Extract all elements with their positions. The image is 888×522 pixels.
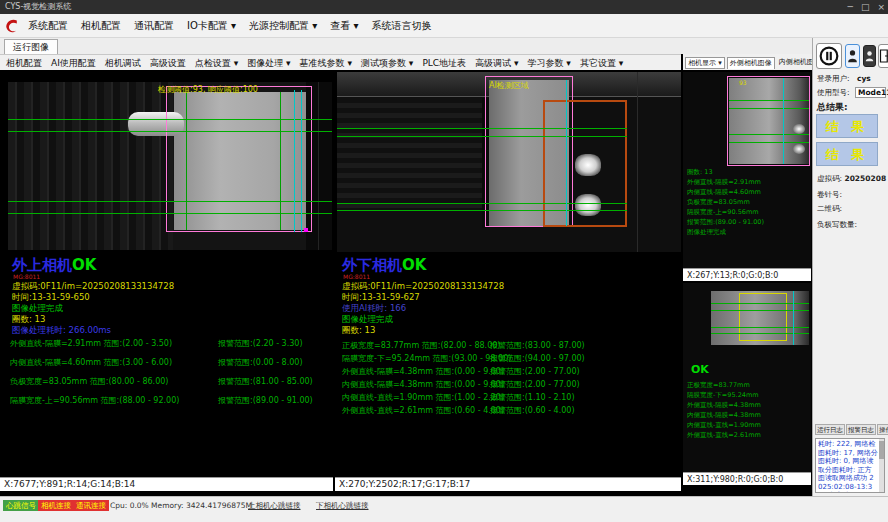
comm-link-badge: 通讯连接 xyxy=(73,500,109,511)
alarm-range: 报警范围:(0.00 - 8.00) xyxy=(218,357,303,368)
side-panel: 登录用户: cys 使用型号: Mode11 总结果: 结 果 结 果 虚拟码:… xyxy=(812,38,888,496)
camera-link-badge: 相机连接 xyxy=(38,500,74,511)
center-turns: 圈数: 13 xyxy=(342,325,375,337)
left-camera-canvas[interactable]: 检测阈值:93, 响应阈值:100 xyxy=(8,82,332,250)
result-box-lower: 结 果 xyxy=(816,142,878,166)
minimize-icon[interactable]: ─ xyxy=(848,0,853,14)
edge-green-line xyxy=(280,92,281,230)
thumb-text-line: 外侧直线-隔膜=4.38mm xyxy=(687,401,761,411)
baseline-green-line xyxy=(337,128,627,129)
menu-bar: 系统配置 相机配置 通讯配置 IO卡配置 ▾ 光源控制配置 ▾ 查看 ▾ 系统语… xyxy=(0,14,888,38)
measurement-row: 外侧直线-直线=2.61mm 范围:(0.60 - 4.00) xyxy=(342,405,504,416)
small-camera-canvas-2[interactable]: OK 正极宽度=83.77mm 隔膜宽度-下=95.24mm 外侧直线-隔膜=4… xyxy=(683,283,811,472)
tool-advanced-debug[interactable]: 高级调试 ▾ xyxy=(475,57,518,70)
menu-camera-config[interactable]: 相机配置 xyxy=(81,19,121,33)
tool-other-settings[interactable]: 其它设置 ▾ xyxy=(580,57,623,70)
user-login-button[interactable] xyxy=(845,44,860,68)
thumb-text-line: 外侧直线-直线=2.61mm xyxy=(687,431,761,441)
tool-learn-params[interactable]: 学习参数 ▾ xyxy=(528,57,571,70)
pause-button[interactable] xyxy=(816,43,842,69)
user-switch-button[interactable] xyxy=(863,45,876,67)
needle-number-label: 卷针号: xyxy=(817,190,842,200)
qr-code-label: 二维码: xyxy=(817,204,842,214)
baseline-green-line xyxy=(711,327,809,328)
tab-outer-camera-image[interactable]: 外侧相机图像 xyxy=(727,57,775,69)
thumb-text-line: 负极宽度=83.05mm xyxy=(687,198,750,208)
alarm-range: 报警范围:(2.00 - 77.00) xyxy=(490,366,580,377)
menu-view[interactable]: 查看 ▾ xyxy=(330,19,358,33)
measurement-row: 内侧直线-直线=1.90mm 范围:(1.00 - 2.20) xyxy=(342,392,504,403)
edge-cyan-line xyxy=(294,90,295,232)
thumb-text-line: 内侧直线-隔膜=4.60mm xyxy=(687,188,761,198)
tool-image-process[interactable]: 图像处理 ▾ xyxy=(247,57,290,70)
tab-highlight xyxy=(793,144,805,154)
title-bar: CYS-视觉检测系统 ─ □ × xyxy=(0,0,888,14)
alarm-range: 报警范围:(0.60 - 4.00) xyxy=(490,405,575,416)
alarm-range: 报警范围:(94.00 - 97.00) xyxy=(490,353,585,364)
frame-line xyxy=(637,72,638,252)
machine-texture xyxy=(8,82,173,250)
thumb-text-line: 内侧直线-直线=1.90mm xyxy=(687,421,761,431)
thumb-text-line: 内侧直线-隔膜=4.38mm xyxy=(687,411,761,421)
alarm-range: 报警范围:(89.00 - 91.00) xyxy=(218,395,313,406)
alarm-range: 报警范围:(83.00 - 87.00) xyxy=(490,340,585,351)
left-elapsed: 图像处理耗时: 266.00ms xyxy=(12,325,111,337)
tool-plc-address[interactable]: PLC地址表 xyxy=(422,57,466,70)
tool-spot-check[interactable]: 点检设置 ▾ xyxy=(195,57,238,70)
edge-cyan-line xyxy=(301,90,302,232)
thumb-ok-label: OK xyxy=(691,363,709,376)
tool-camera-debug[interactable]: 相机调试 xyxy=(105,57,141,70)
ai-region-label: AI检测区域 xyxy=(489,80,529,91)
tool-advanced-settings[interactable]: 高级设置 xyxy=(150,57,186,70)
tab-highlight xyxy=(575,194,601,216)
baseline-green-line xyxy=(729,142,809,143)
log-text-area[interactable]: 耗时: 222, 网络检图耗时: 17, 网络分图耗时: 0, 网络读取分图耗时… xyxy=(815,438,885,493)
log-scrollbar[interactable] xyxy=(879,439,884,492)
baseline-green-line xyxy=(8,119,332,120)
lower-camera-heartbeat-link[interactable]: 下相机心跳链接 xyxy=(316,501,369,511)
thumb-text-line: 隔膜宽度-下=95.24mm xyxy=(687,391,759,401)
edge-green-line xyxy=(186,92,187,230)
camera-display-dropdown[interactable]: 相机显示 ▾ xyxy=(685,57,725,69)
menu-system-config[interactable]: 系统配置 xyxy=(28,19,68,33)
measurement-row: 内侧直线-隔膜=4.38mm 范围:(0.00 - 9.00) xyxy=(342,379,504,390)
machine-texture xyxy=(337,98,482,208)
menu-comm-config[interactable]: 通讯配置 xyxy=(134,19,174,33)
user-alt-icon xyxy=(865,50,874,62)
left-coord-bar: X:7677;Y:891;R:14;G:14;B:14 xyxy=(0,477,333,491)
center-result-ok: OK xyxy=(402,256,426,274)
tool-test-params[interactable]: 测试项参数 ▾ xyxy=(361,57,413,70)
measurement-row: 隔膜宽度-下=95.24mm 范围:(93.00 - 98.00) xyxy=(342,353,511,364)
status-bar: 心跳信号 相机连接 通讯连接 Cpu: 0.0% Memory: 3424.41… xyxy=(0,496,888,522)
baseline-green-line xyxy=(337,136,627,137)
exit-button[interactable] xyxy=(878,44,888,68)
tab-run-log[interactable]: 运行日志 xyxy=(815,424,845,435)
tab-alarm-log[interactable]: 报警日志 xyxy=(846,424,876,435)
left-subnote: MG:8011 xyxy=(13,273,40,280)
frame-line xyxy=(318,82,319,250)
user-icon xyxy=(847,49,858,63)
tool-camera-config[interactable]: 相机配置 xyxy=(6,57,42,70)
thumb-label: 93 xyxy=(739,79,747,86)
menu-light-config[interactable]: 光源控制配置 ▾ xyxy=(249,19,317,33)
model-value-input[interactable]: Mode11 xyxy=(855,87,886,98)
maximize-icon[interactable]: □ xyxy=(861,0,870,14)
tool-ai-config[interactable]: AI使用配置 xyxy=(51,57,96,70)
thumb-text-line: 正极宽度=83.77mm xyxy=(687,381,750,391)
tab-row: 运行图像 xyxy=(0,38,812,54)
upper-camera-heartbeat-link[interactable]: 上相机心跳链接 xyxy=(248,501,301,511)
small-camera-canvas-1[interactable]: 93 圈数: 13 外侧直线-隔膜=2.91mm 内侧直线-隔膜=4.60mm … xyxy=(683,72,811,268)
tab-operate-log[interactable]: 操作日志 xyxy=(877,424,888,435)
alarm-range: 报警范围:(81.00 - 85.00) xyxy=(218,376,313,387)
menu-io-config[interactable]: IO卡配置 ▾ xyxy=(187,19,236,33)
roi-pink-rect xyxy=(166,86,312,232)
tool-baseline-params[interactable]: 基准线参数 ▾ xyxy=(300,57,352,70)
center-camera-canvas[interactable]: AI检测区域 xyxy=(337,72,681,252)
close-icon[interactable]: × xyxy=(877,0,885,14)
login-user-label: 登录用户: xyxy=(817,74,850,84)
window-controls: ─ □ × xyxy=(848,0,885,14)
menu-language-switch[interactable]: 系统语言切换 xyxy=(371,19,431,33)
baseline-green-line xyxy=(8,213,332,214)
thumb-text-line: 图像处理完成 xyxy=(687,228,726,238)
tab-run-image[interactable]: 运行图像 xyxy=(4,39,58,54)
